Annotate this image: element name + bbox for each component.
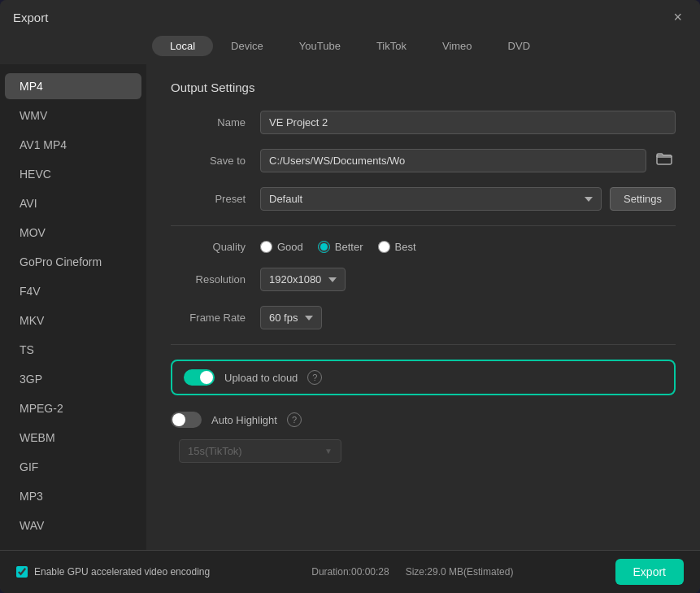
sidebar-item-wmv[interactable]: WMV	[5, 102, 141, 129]
frame-rate-select[interactable]: 60 fps 30 fps 24 fps	[260, 306, 322, 329]
preset-label: Preset	[171, 193, 260, 205]
footer: Enable GPU accelerated video encoding Du…	[0, 550, 700, 593]
preset-row: Preset Default High Quality Low Quality …	[171, 187, 676, 211]
upload-cloud-help-icon[interactable]: ?	[307, 370, 322, 385]
tab-tiktok[interactable]: TikTok	[359, 36, 424, 56]
save-to-path: C:/Users/WS/Documents/Wo	[260, 149, 646, 172]
settings-button[interactable]: Settings	[610, 187, 676, 211]
export-dialog: Export × Local Device YouTube TikTok Vim…	[0, 0, 700, 593]
duration-text: Duration:00:00:28	[311, 566, 389, 578]
upload-cloud-label: Upload to cloud	[224, 372, 298, 384]
quality-row: Quality Good Better Best	[171, 241, 676, 253]
sidebar-item-f4v[interactable]: F4V	[5, 278, 141, 304]
sidebar-item-hevc[interactable]: HEVC	[5, 161, 141, 187]
save-to-control: C:/Users/WS/Documents/Wo	[260, 149, 676, 172]
resolution-label: Resolution	[171, 273, 260, 286]
quality-options: Good Better Best	[260, 241, 676, 253]
quality-control: Good Better Best	[260, 241, 676, 253]
gpu-checkbox[interactable]	[16, 566, 28, 578]
tab-dvd[interactable]: DVD	[490, 36, 548, 56]
section-title: Output Settings	[171, 81, 676, 94]
divider-1	[171, 225, 676, 226]
quality-good-radio[interactable]	[260, 241, 272, 253]
save-to-row: Save to C:/Users/WS/Documents/Wo	[171, 149, 676, 172]
tab-device[interactable]: Device	[213, 36, 281, 56]
name-input[interactable]	[260, 111, 676, 134]
dialog-body: MP4 WMV AV1 MP4 HEVC AVI MOV GoPro Cinef…	[0, 64, 700, 550]
sidebar-item-mp3[interactable]: MP3	[5, 483, 141, 509]
sidebar: MP4 WMV AV1 MP4 HEVC AVI MOV GoPro Cinef…	[0, 64, 146, 550]
preset-select[interactable]: Default High Quality Low Quality	[260, 187, 602, 211]
quality-good-label[interactable]: Good	[260, 241, 303, 253]
divider-2	[171, 344, 676, 345]
quality-good-text: Good	[277, 241, 303, 253]
close-button[interactable]: ×	[668, 8, 687, 26]
sidebar-item-mp4[interactable]: MP4	[5, 73, 141, 99]
tab-vimeo[interactable]: Vimeo	[424, 36, 490, 56]
sidebar-item-av1mp4[interactable]: AV1 MP4	[5, 132, 141, 158]
resolution-control: 1920x1080 1280x720 3840x2160	[260, 268, 676, 291]
tab-local[interactable]: Local	[152, 36, 213, 56]
frame-rate-row: Frame Rate 60 fps 30 fps 24 fps	[171, 306, 676, 329]
sidebar-item-ts[interactable]: TS	[5, 337, 141, 363]
frame-rate-label: Frame Rate	[171, 312, 260, 324]
auto-highlight-toggle[interactable]	[171, 412, 202, 428]
dialog-header: Export ×	[0, 0, 700, 31]
auto-highlight-help-icon[interactable]: ?	[287, 412, 302, 427]
toggle-section: Upload to cloud ? Auto Highlight ? 15s(T…	[171, 360, 676, 463]
quality-label: Quality	[171, 241, 260, 253]
tabs-bar: Local Device YouTube TikTok Vimeo DVD	[0, 31, 700, 64]
folder-browse-button[interactable]	[653, 150, 676, 171]
sidebar-item-webm[interactable]: WEBM	[5, 425, 141, 451]
sidebar-item-mpeg2[interactable]: MPEG-2	[5, 395, 141, 421]
tab-youtube[interactable]: YouTube	[281, 36, 359, 56]
preset-control: Default High Quality Low Quality Setting…	[260, 187, 676, 211]
sidebar-item-mov[interactable]: MOV	[5, 220, 141, 246]
sidebar-item-wav[interactable]: WAV	[5, 512, 141, 538]
resolution-select[interactable]: 1920x1080 1280x720 3840x2160	[260, 268, 346, 291]
auto-highlight-knob	[172, 413, 185, 426]
chevron-down-icon: ▼	[324, 447, 333, 456]
upload-cloud-knob	[200, 371, 213, 384]
auto-highlight-label: Auto Highlight	[211, 414, 277, 426]
name-label: Name	[171, 116, 260, 129]
dialog-title: Export	[13, 11, 48, 24]
export-button[interactable]: Export	[615, 559, 684, 585]
size-text: Size:29.0 MB(Estimated)	[406, 566, 514, 578]
resolution-row: Resolution 1920x1080 1280x720 3840x2160	[171, 268, 676, 291]
gpu-label-text: Enable GPU accelerated video encoding	[34, 566, 210, 578]
sidebar-item-gif[interactable]: GIF	[5, 454, 141, 480]
auto-highlight-sub-select: 15s(TikTok) ▼	[179, 439, 341, 463]
quality-better-radio[interactable]	[318, 241, 330, 253]
sidebar-item-avi[interactable]: AVI	[5, 190, 141, 216]
main-content: Output Settings Name Save to C:/Users/WS…	[146, 64, 700, 550]
sidebar-item-3gp[interactable]: 3GP	[5, 366, 141, 392]
quality-better-label[interactable]: Better	[318, 241, 363, 253]
upload-cloud-row: Upload to cloud ?	[171, 360, 676, 395]
frame-rate-control: 60 fps 30 fps 24 fps	[260, 306, 676, 329]
name-control	[260, 111, 676, 134]
gpu-label[interactable]: Enable GPU accelerated video encoding	[16, 566, 210, 578]
sidebar-item-mkv[interactable]: MKV	[5, 307, 141, 334]
auto-highlight-row: Auto Highlight ?	[171, 403, 676, 436]
quality-best-text: Best	[395, 241, 416, 253]
quality-best-radio[interactable]	[378, 241, 390, 253]
upload-cloud-toggle[interactable]	[184, 369, 215, 386]
quality-best-label[interactable]: Best	[378, 241, 416, 253]
quality-better-text: Better	[335, 241, 363, 253]
sidebar-item-gopro[interactable]: GoPro Cineform	[5, 249, 141, 275]
footer-info: Duration:00:00:28 Size:29.0 MB(Estimated…	[311, 566, 513, 578]
auto-highlight-sub-label: 15s(TikTok)	[188, 445, 242, 457]
save-to-label: Save to	[171, 155, 260, 167]
name-row: Name	[171, 111, 676, 134]
